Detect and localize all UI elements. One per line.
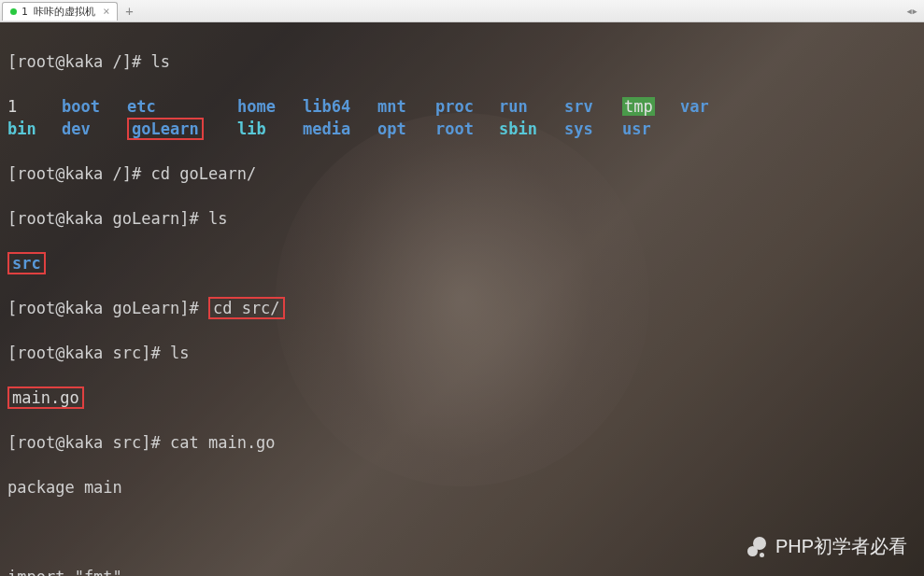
ls-output-root: 1bootetchomelib64mntprocrunsrvtmpvar bin… bbox=[7, 95, 917, 140]
dir-sys: sys bbox=[564, 118, 622, 140]
dir-tmp: tmp bbox=[622, 95, 680, 118]
dir-golearn: goLearn bbox=[127, 118, 237, 140]
dir-dev: dev bbox=[62, 118, 127, 140]
dir-bin: bin bbox=[7, 118, 62, 140]
tab-active[interactable]: 1 咔咔的虚拟机 × bbox=[2, 2, 118, 21]
add-tab-button[interactable]: + bbox=[120, 3, 138, 20]
dir-opt: opt bbox=[377, 118, 435, 140]
code-line: import "fmt" bbox=[7, 566, 917, 576]
terminal-output[interactable]: [root@kaka /]# ls 1bootetchomelib64mntpr… bbox=[0, 22, 924, 576]
dir-media: media bbox=[303, 118, 377, 140]
dir-boot: boot bbox=[62, 95, 127, 118]
command-cd-src: cd src/ bbox=[208, 297, 285, 319]
tab-title: 咔咔的虚拟机 bbox=[34, 5, 95, 19]
dir-root: root bbox=[435, 118, 499, 140]
dir-run: run bbox=[499, 95, 564, 118]
watermark-text: PHP初学者必看 bbox=[775, 534, 907, 559]
tab-bar: 1 咔咔的虚拟机 × + ◂▸ bbox=[0, 0, 924, 22]
file-main-go: main.go bbox=[7, 386, 84, 409]
prompt: [root@kaka /]# bbox=[7, 164, 151, 183]
command-ls: ls bbox=[208, 209, 227, 228]
file-1: 1 bbox=[7, 95, 62, 118]
dir-usr: usr bbox=[622, 118, 680, 140]
code-line: package main bbox=[7, 476, 917, 499]
dir-mnt: mnt bbox=[377, 95, 435, 118]
dir-home: home bbox=[237, 95, 303, 118]
dir-srv: srv bbox=[564, 95, 622, 118]
prompt: [root@kaka src]# bbox=[7, 433, 170, 452]
tab-menu-icon[interactable]: ◂▸ bbox=[905, 4, 917, 18]
wechat-icon bbox=[744, 535, 768, 559]
dir-lib: lib bbox=[237, 118, 303, 140]
command-cd-golearn: cd goLearn/ bbox=[151, 164, 257, 183]
prompt: [root@kaka /]# bbox=[7, 52, 151, 71]
dir-proc: proc bbox=[435, 95, 499, 118]
ls-output-golearn: src bbox=[7, 252, 917, 274]
prompt: [root@kaka goLearn]# bbox=[7, 299, 208, 317]
dir-lib64: lib64 bbox=[303, 95, 377, 118]
prompt: [root@kaka goLearn]# bbox=[7, 209, 208, 228]
status-dot-icon bbox=[10, 8, 17, 15]
dir-var: var bbox=[680, 95, 727, 118]
command-cat: cat main.go bbox=[170, 433, 276, 452]
watermark: PHP初学者必看 bbox=[744, 534, 907, 559]
dir-sbin: sbin bbox=[499, 118, 564, 140]
dir-etc: etc bbox=[127, 95, 237, 118]
dir-src: src bbox=[7, 252, 46, 274]
tab-index: 1 bbox=[21, 6, 28, 18]
command-ls: ls bbox=[151, 52, 170, 71]
command-ls: ls bbox=[170, 344, 189, 362]
ls-output-src: main.go bbox=[7, 386, 917, 409]
close-icon[interactable]: × bbox=[103, 5, 109, 18]
prompt: [root@kaka src]# bbox=[7, 344, 170, 362]
